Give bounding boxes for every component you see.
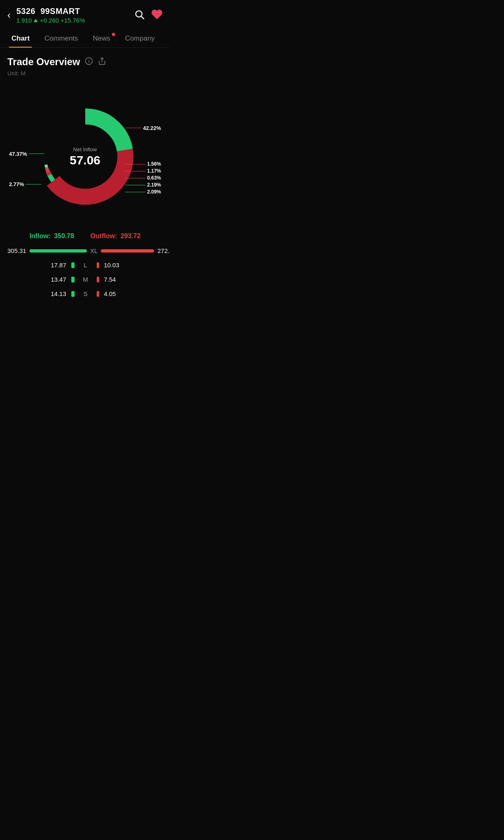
s-green-bar [71,291,75,297]
xl-green-bar [30,249,87,253]
section-title-row: Trade Overview [7,56,163,68]
price-up-arrow [34,19,38,22]
s-left-val: 14.13 [42,290,66,297]
label-117: 1.17% [125,168,161,174]
tabs: Chart Comments News Company [0,29,170,48]
header-left: ‹ 5326 99SMART 1.910 +0.260 +15.76% [7,7,85,24]
label-47: 47.37% [9,151,44,157]
label-42: 42.22% [126,125,161,131]
flow-row-l: 17.87 L 10.03 [7,262,163,269]
l-green-bar [71,262,75,268]
header: ‹ 5326 99SMART 1.910 +0.260 +15.76% [0,0,170,29]
stock-title: 5326 99SMART [16,7,85,16]
tab-company[interactable]: Company [118,29,162,48]
section-title: Trade Overview [7,56,80,68]
l-label: L [79,262,92,269]
stock-name: 99SMART [41,7,80,16]
flow-row-m: 13.47 M 7.54 [7,276,163,283]
xl-label: XL [90,247,98,254]
flow-row-xl: 305.31 XL 272.10 [7,247,163,254]
small-labels-right: 1.56% 1.17% 0.63% 2.19% 2.09% [125,161,161,195]
outflow-summary: Outflow: 293.72 [91,232,141,240]
share-icon[interactable] [98,57,106,67]
stock-price: 1.910 +0.260 +15.76% [16,17,85,24]
flow-summary: Inflow: 350.78 Outflow: 293.72 [7,232,163,240]
m-red-bar [97,277,99,282]
stock-code: 5326 [16,7,36,16]
svg-line-1 [141,16,144,19]
label-156: 1.56% [125,161,161,167]
m-green-bar [71,277,75,282]
inflow-summary: Inflow: 350.78 [30,232,74,240]
heart-icon[interactable] [151,9,163,22]
xl-right-val: 272.10 [157,247,170,254]
s-red-bar [97,291,99,297]
label-219: 2.19% [125,182,161,188]
tab-chart[interactable]: Chart [4,29,37,48]
news-dot [112,33,115,36]
tab-news[interactable]: News [86,29,118,48]
l-left-val: 17.87 [42,262,66,269]
main-content: Trade Overview Unit: M [0,48,170,313]
m-left-val: 13.47 [42,276,66,283]
unit-label: Unit: M [7,70,163,77]
xl-red-bar [101,249,154,253]
price-change: +0.260 [40,17,59,24]
l-red-bar [97,262,99,268]
tab-comments[interactable]: Comments [37,29,85,48]
label-063: 0.63% [125,175,161,181]
xl-left-val: 305.31 [7,247,26,254]
donut-hole [54,125,117,188]
label-209: 2.09% [125,189,161,195]
l-right-val: 10.03 [104,262,129,269]
s-label: S [79,290,92,297]
back-button[interactable]: ‹ [7,9,11,21]
search-icon[interactable] [134,9,145,21]
price-value: 1.910 [16,17,32,24]
header-icons [134,9,163,22]
chart-area: Net Inflow 57.06 47.37% 42.22% 2.77% [7,85,163,228]
flow-rows: 305.31 XL 272.10 17.87 L 10.03 13.47 M 7… [7,247,163,297]
stock-info: 5326 99SMART 1.910 +0.260 +15.76% [16,7,85,24]
donut-chart: Net Inflow 57.06 [28,99,143,214]
s-right-val: 4.05 [104,290,129,297]
price-pct: +15.76% [61,17,85,24]
flow-row-s: 14.13 S 4.05 [7,290,163,297]
m-label: M [79,276,92,283]
info-icon[interactable] [85,57,93,67]
label-277: 2.77% [9,181,41,187]
m-right-val: 7.54 [104,276,129,283]
